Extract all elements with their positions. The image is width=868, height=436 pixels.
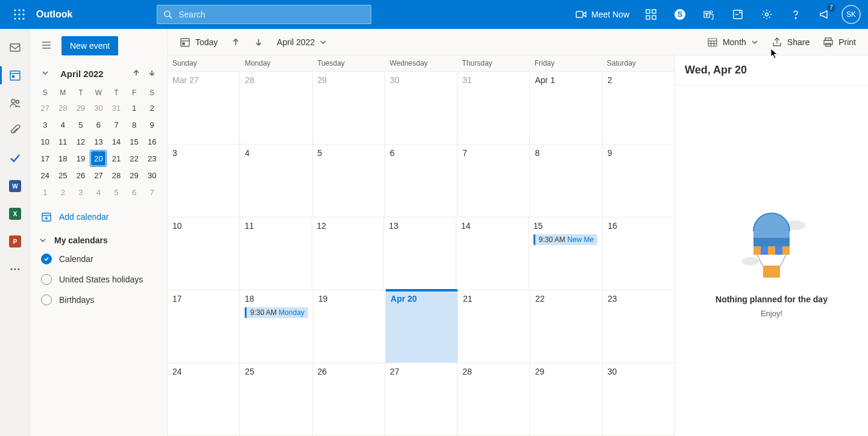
- search-input[interactable]: [178, 10, 365, 19]
- day-cell[interactable]: 2: [603, 72, 675, 144]
- day-cell[interactable]: 29: [313, 72, 385, 144]
- day-cell[interactable]: 10: [168, 217, 240, 290]
- add-calendar-button[interactable]: Add calendar: [30, 201, 167, 228]
- day-cell[interactable]: 159:30 AM New Me: [529, 217, 603, 290]
- rail-word[interactable]: W: [0, 172, 30, 200]
- settings-button[interactable]: [752, 0, 781, 29]
- day-cell[interactable]: 25: [240, 363, 312, 435]
- my-calendars-section[interactable]: My calendars: [30, 228, 167, 249]
- share-button[interactable]: Share: [767, 33, 814, 51]
- day-cell[interactable]: 14: [456, 217, 529, 290]
- mini-cal-day[interactable]: 3: [72, 184, 90, 201]
- day-cell[interactable]: 9: [603, 145, 675, 217]
- mini-cal-day[interactable]: 2: [54, 184, 72, 201]
- app-launcher-button[interactable]: [5, 0, 34, 29]
- day-cell[interactable]: 13: [384, 217, 456, 290]
- day-cell[interactable]: Apr 20: [386, 290, 458, 363]
- day-cell[interactable]: 16: [603, 217, 675, 290]
- mini-cal-day[interactable]: 4: [90, 184, 108, 201]
- my-day-button[interactable]: [637, 0, 665, 29]
- calendar-checkbox[interactable]: [41, 294, 52, 305]
- day-cell[interactable]: 19: [313, 290, 386, 363]
- mini-cal-day[interactable]: 9: [143, 116, 161, 133]
- day-cell[interactable]: 30: [603, 363, 675, 435]
- day-cell[interactable]: 29: [530, 363, 602, 435]
- account-avatar[interactable]: SK: [841, 5, 861, 24]
- day-cell[interactable]: 17: [168, 290, 240, 363]
- day-cell[interactable]: Apr 1: [530, 72, 602, 144]
- mini-cal-prev[interactable]: [130, 66, 143, 81]
- rail-mail[interactable]: [0, 34, 30, 61]
- mini-cal-day[interactable]: 22: [125, 150, 143, 167]
- mini-cal-day[interactable]: 31: [107, 99, 125, 116]
- mini-cal-day[interactable]: 19: [72, 150, 90, 167]
- day-cell[interactable]: 11: [240, 217, 312, 290]
- rail-todo[interactable]: [0, 145, 30, 172]
- print-button[interactable]: Print: [818, 33, 861, 51]
- event-chip[interactable]: 9:30 AM Monday: [245, 307, 308, 318]
- mini-cal-day[interactable]: 24: [36, 167, 54, 184]
- mini-cal-day[interactable]: 15: [125, 133, 143, 150]
- mini-cal-day[interactable]: 30: [143, 167, 161, 184]
- mini-cal-day[interactable]: 1: [36, 184, 54, 201]
- announcements-button[interactable]: 7: [810, 0, 839, 29]
- mini-cal-day[interactable]: 26: [72, 167, 90, 184]
- rail-more[interactable]: [0, 255, 30, 283]
- mini-cal-day[interactable]: 14: [107, 133, 125, 150]
- mini-cal-day[interactable]: 29: [72, 99, 90, 116]
- notes-button[interactable]: [723, 0, 752, 29]
- rail-powerpoint[interactable]: P: [0, 228, 30, 255]
- mini-cal-next[interactable]: [145, 66, 159, 81]
- day-cell[interactable]: 5: [313, 145, 385, 217]
- mini-cal-day[interactable]: 21: [107, 150, 125, 167]
- mini-cal-day[interactable]: 18: [54, 150, 72, 167]
- day-cell[interactable]: 24: [168, 363, 240, 435]
- day-cell[interactable]: 30: [385, 72, 458, 144]
- search-box[interactable]: [157, 5, 371, 24]
- calendar-checkbox[interactable]: [41, 274, 52, 285]
- day-cell[interactable]: 3: [168, 145, 240, 217]
- help-button[interactable]: [781, 0, 810, 29]
- day-cell[interactable]: 28: [458, 363, 530, 435]
- calendar-list-item[interactable]: Calendar: [30, 249, 167, 269]
- event-chip[interactable]: 9:30 AM New Me: [533, 234, 597, 245]
- calendar-list-item[interactable]: Birthdays: [30, 290, 167, 310]
- mini-cal-day[interactable]: 6: [125, 184, 143, 201]
- day-cell[interactable]: 189:30 AM Monday: [240, 290, 313, 363]
- day-cell[interactable]: 23: [603, 290, 675, 363]
- mini-cal-day[interactable]: 8: [125, 116, 143, 133]
- prev-period-button[interactable]: [226, 34, 245, 51]
- mini-cal-day[interactable]: 1: [125, 99, 143, 116]
- mini-cal-day[interactable]: 13: [90, 133, 108, 150]
- mini-cal-day[interactable]: 20: [90, 150, 108, 167]
- meet-now-button[interactable]: Meet Now: [568, 0, 637, 29]
- mini-cal-day[interactable]: 29: [125, 167, 143, 184]
- day-cell[interactable]: 22: [530, 290, 603, 363]
- mini-cal-day[interactable]: 11: [54, 133, 72, 150]
- mini-cal-day[interactable]: 25: [54, 167, 72, 184]
- mini-cal-day[interactable]: 5: [72, 116, 90, 133]
- mini-cal-day[interactable]: 2: [143, 99, 161, 116]
- skype-button[interactable]: S: [665, 0, 694, 29]
- day-cell[interactable]: 4: [240, 145, 312, 217]
- mini-cal-day[interactable]: 28: [107, 167, 125, 184]
- day-cell[interactable]: 6: [385, 145, 458, 217]
- mini-cal-day[interactable]: 6: [90, 116, 108, 133]
- mini-cal-day[interactable]: 16: [143, 133, 161, 150]
- rail-people[interactable]: [0, 89, 30, 117]
- mini-cal-day[interactable]: 5: [107, 184, 125, 201]
- mini-cal-day[interactable]: 7: [107, 116, 125, 133]
- mini-cal-day[interactable]: 4: [54, 116, 72, 133]
- day-cell[interactable]: 8: [530, 145, 602, 217]
- day-cell[interactable]: 21: [458, 290, 530, 363]
- mini-cal-day[interactable]: 27: [36, 99, 54, 116]
- new-event-button[interactable]: New event: [61, 36, 118, 55]
- mini-cal-collapse[interactable]: [39, 66, 52, 81]
- mini-cal-day[interactable]: 17: [36, 150, 54, 167]
- mini-cal-day[interactable]: 23: [143, 150, 161, 167]
- mini-cal-day[interactable]: 7: [143, 184, 161, 201]
- day-cell[interactable]: 26: [313, 363, 385, 435]
- next-period-button[interactable]: [249, 34, 268, 51]
- teams-button[interactable]: T: [694, 0, 723, 29]
- mini-cal-day[interactable]: 30: [90, 99, 108, 116]
